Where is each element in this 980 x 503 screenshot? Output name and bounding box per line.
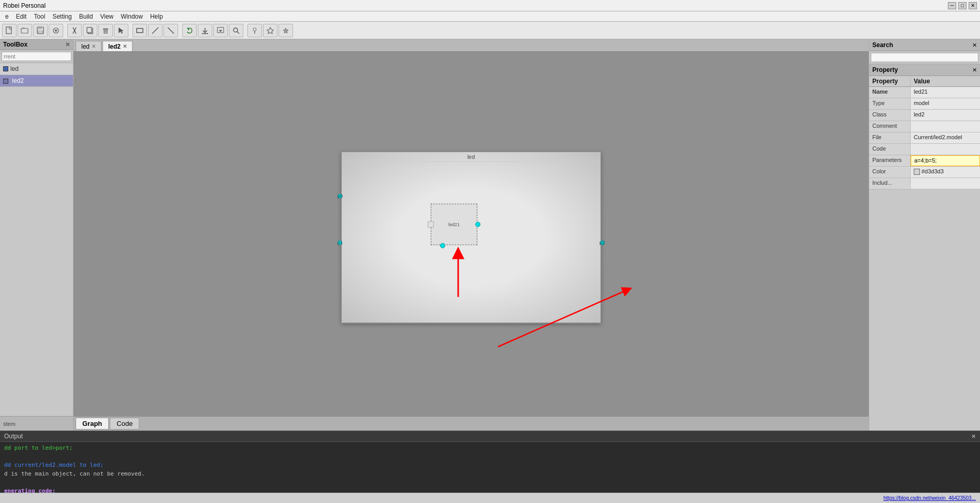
- output-close-button[interactable]: ✕: [971, 433, 976, 440]
- component-right-port[interactable]: [475, 222, 480, 227]
- property-row-name: Includ...: [869, 178, 911, 189]
- save-button[interactable]: [33, 24, 48, 37]
- property-row-name: Color: [869, 167, 911, 177]
- pin3-button[interactable]: [279, 24, 293, 37]
- property-row-value: led2: [911, 110, 980, 121]
- property-row: Color#d3d3d3: [869, 167, 980, 178]
- select-button[interactable]: [114, 24, 128, 37]
- property-row: Typemodel: [869, 98, 980, 110]
- svg-line-16: [152, 27, 158, 34]
- toolbox-header: ToolBox ✕: [0, 39, 73, 50]
- menu-item-tool[interactable]: Tool: [31, 12, 48, 21]
- rotate-button[interactable]: [182, 24, 197, 37]
- minimize-button[interactable]: ─: [948, 2, 956, 9]
- menu-item-setting[interactable]: Setting: [49, 12, 75, 21]
- svg-marker-26: [267, 27, 273, 34]
- svg-rect-0: [6, 27, 11, 34]
- toolbox-search-input[interactable]: [2, 52, 71, 61]
- search-close-button[interactable]: ✕: [972, 42, 977, 49]
- toolbox-item-led2[interactable]: led2: [0, 75, 73, 87]
- output-line: dd port to led>port;: [4, 444, 976, 453]
- tab-led2-close[interactable]: ✕: [123, 43, 127, 49]
- status-url[interactable]: https://blog.csdn.net/weixin_46423503...: [884, 495, 976, 501]
- port-p0-container: p0: [338, 194, 343, 199]
- svg-marker-21: [219, 30, 222, 32]
- component-box[interactable]: led21: [431, 204, 477, 245]
- search-input-bar: [869, 51, 980, 64]
- property-row-value: led21: [911, 87, 980, 98]
- copy-button[interactable]: [83, 24, 97, 37]
- toolbox-close-button[interactable]: ✕: [65, 41, 70, 48]
- property-row-value[interactable]: a=4;b=5;: [911, 155, 980, 166]
- line-button[interactable]: [148, 24, 163, 37]
- bottom-tab-graph[interactable]: Graph: [76, 418, 109, 430]
- right-panel: Search ✕ Property ✕ Property Value Namel…: [869, 39, 980, 431]
- property-row: Parametersa=4;b=5;: [869, 155, 980, 167]
- tab-led2-label: led2: [108, 43, 121, 50]
- output-content: dd port to led>port; dd current/led2.mod…: [0, 442, 980, 493]
- tab-led2[interactable]: led2 ✕: [103, 41, 133, 51]
- toolbox-bottom-label: stem: [0, 416, 73, 431]
- new-button[interactable]: [2, 24, 17, 37]
- svg-rect-3: [38, 27, 42, 29]
- title-text: Robei Personal: [3, 2, 46, 9]
- menu-item-view[interactable]: View: [97, 12, 116, 21]
- component-bottom-port[interactable]: [440, 243, 445, 248]
- cut-button[interactable]: [67, 24, 82, 37]
- menu-item-window[interactable]: Window: [118, 12, 146, 21]
- maximize-button[interactable]: □: [958, 2, 967, 9]
- menu-item-e[interactable]: e: [2, 12, 12, 21]
- output-header: Output ✕: [0, 431, 980, 442]
- property-row-name: Comment: [869, 121, 911, 132]
- component-left-port[interactable]: [428, 221, 434, 228]
- backslash-button[interactable]: [164, 24, 178, 37]
- close-button[interactable]: ✕: [969, 2, 977, 9]
- property-row: Nameled21: [869, 87, 980, 98]
- tab-led[interactable]: led ✕: [76, 41, 101, 51]
- property-row-value: Current/led2.model: [911, 132, 980, 143]
- menu-item-help[interactable]: Help: [147, 12, 166, 21]
- canvas-area[interactable]: led p0 p1 p2: [74, 52, 869, 416]
- rectangle-button[interactable]: [133, 24, 147, 37]
- component-label: led21: [448, 222, 460, 227]
- zoom-button[interactable]: [229, 24, 243, 37]
- toolbox-item-led[interactable]: led: [0, 63, 73, 75]
- pin1-button[interactable]: [247, 24, 262, 37]
- import-button[interactable]: [198, 24, 212, 37]
- bottom-tabs-bar: Graph Code: [74, 416, 869, 431]
- property-table: Nameled21TypemodelClassled2CommentFileCu…: [869, 87, 980, 431]
- led2-color-icon: [3, 79, 8, 84]
- output-line: [4, 478, 976, 487]
- open-button[interactable]: [18, 24, 32, 37]
- menu-item-edit[interactable]: Edit: [13, 12, 30, 21]
- canvas-viewport: led p0 p1 p2: [341, 152, 601, 323]
- tab-bar: led ✕ led2 ✕: [74, 39, 869, 52]
- svg-marker-27: [283, 28, 288, 33]
- tab-led-close[interactable]: ✕: [92, 43, 96, 49]
- property-row-name: Name: [869, 87, 911, 98]
- search-label: Search: [872, 41, 893, 49]
- property-row-value: [911, 144, 980, 155]
- center-area: led ✕ led2 ✕ led p0 p1: [74, 39, 869, 431]
- property-row-name: Code: [869, 144, 911, 155]
- export-button[interactable]: [213, 24, 228, 37]
- property-row-value: [911, 178, 980, 189]
- main-area: ToolBox ✕ led led2 stem led ✕ led2: [0, 39, 980, 431]
- bottom-tab-code-label: Code: [116, 420, 133, 427]
- toolbox-title: ToolBox: [3, 41, 27, 48]
- bottom-tab-code[interactable]: Code: [110, 418, 139, 430]
- menu-item-build[interactable]: Build: [76, 12, 96, 21]
- property-row-name: File: [869, 132, 911, 143]
- pin2-button[interactable]: [263, 24, 277, 37]
- svg-line-17: [168, 27, 174, 34]
- toolbar: [0, 22, 980, 39]
- tool-button[interactable]: [49, 24, 63, 37]
- tab-led-label: led: [81, 43, 90, 50]
- search-input[interactable]: [871, 53, 978, 62]
- property-row: Classled2: [869, 110, 980, 121]
- property-close-button[interactable]: ✕: [972, 67, 977, 73]
- svg-rect-15: [137, 28, 143, 33]
- delete-button[interactable]: [98, 24, 113, 37]
- output-area: Output ✕ dd port to led>port; dd current…: [0, 431, 980, 493]
- property-row-name: Type: [869, 98, 911, 109]
